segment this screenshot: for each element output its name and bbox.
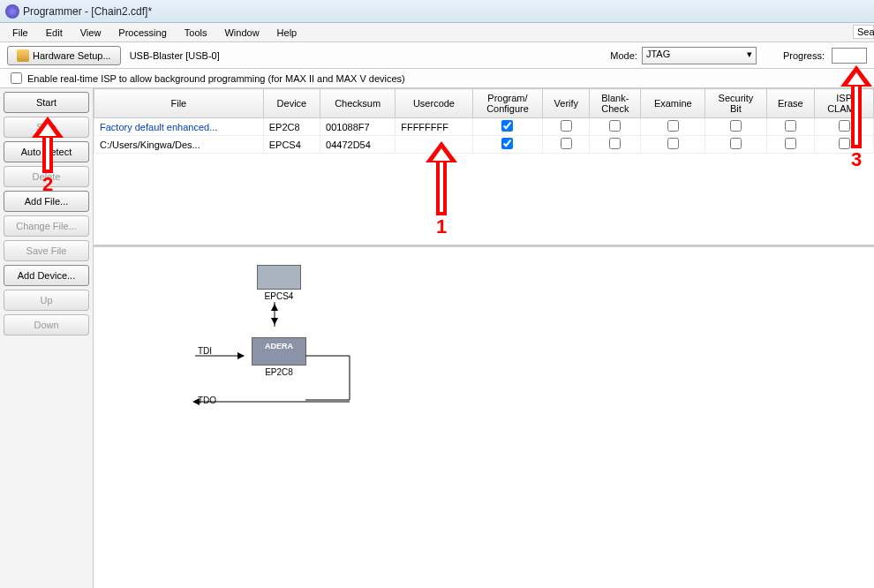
realtime-isp-checkbox[interactable]: [11, 72, 22, 84]
option-checkbox[interactable]: [609, 138, 621, 149]
hardware-icon: [17, 49, 29, 62]
menu-file[interactable]: File: [4, 25, 37, 41]
option-checkbox[interactable]: [730, 138, 742, 149]
col-header[interactable]: Security Bit: [705, 89, 766, 118]
chip-ep2c8[interactable]: ADERA EP2C8: [244, 337, 314, 377]
menu-bar: File Edit View Processing Tools Window H…: [0, 23, 874, 42]
chevron-down-icon: ▾: [747, 49, 752, 60]
option-checkbox[interactable]: [839, 120, 850, 132]
option-checkbox[interactable]: [839, 138, 850, 149]
program-checkbox[interactable]: [501, 138, 513, 149]
menu-tools[interactable]: Tools: [176, 25, 216, 41]
option-checkbox[interactable]: [609, 120, 621, 132]
app-icon: [5, 4, 19, 19]
side-change-file-: Change File...: [4, 215, 89, 237]
col-header[interactable]: Blank- Check: [590, 89, 641, 118]
mode-value: JTAG: [646, 49, 670, 59]
option-checkbox[interactable]: [561, 120, 572, 132]
file-link[interactable]: Factory default enhanced...: [100, 122, 217, 132]
menu-edit[interactable]: Edit: [37, 25, 72, 41]
col-header[interactable]: Verify: [543, 89, 590, 118]
hardware-label: USB-Blaster [USB-0]: [130, 50, 220, 61]
chip-ep2c8-label: EP2C8: [244, 367, 314, 377]
side-up: Up: [4, 290, 89, 311]
table-row[interactable]: C:/Users/Kingwa/Des...EPCS404472D54: [94, 136, 874, 154]
side-add-device-[interactable]: Add Device...: [4, 265, 89, 286]
option-checkbox[interactable]: [667, 120, 679, 132]
col-header[interactable]: ISP CLAMP: [815, 89, 874, 118]
col-header[interactable]: Erase: [766, 89, 815, 118]
side-add-file-[interactable]: Add File...: [4, 191, 89, 212]
realtime-isp-label: Enable real-time ISP to allow background…: [27, 73, 405, 84]
side-delete: Delete: [4, 166, 89, 187]
col-header[interactable]: Checksum: [320, 89, 396, 118]
option-checkbox[interactable]: [730, 120, 742, 132]
side-down: Down: [4, 314, 89, 335]
mode-select[interactable]: JTAG ▾: [642, 47, 757, 64]
option-checkbox[interactable]: [561, 138, 572, 149]
side-start[interactable]: Start: [4, 92, 89, 113]
chip-epcs4-label: EPCS4: [244, 291, 314, 301]
progress-label: Progress:: [783, 50, 825, 61]
col-header[interactable]: Device: [263, 89, 320, 118]
col-header[interactable]: Program/ Configure: [472, 89, 543, 118]
side-auto-detect[interactable]: Auto Detect: [4, 141, 89, 162]
svg-marker-2: [271, 318, 278, 325]
col-header[interactable]: File: [94, 89, 264, 118]
program-checkbox[interactable]: [501, 120, 513, 132]
col-header[interactable]: Usercode: [396, 89, 473, 118]
search-input[interactable]: Sear: [853, 25, 874, 39]
progress-bar: [832, 48, 867, 64]
menu-processing[interactable]: Processing: [109, 25, 175, 41]
option-checkbox[interactable]: [667, 138, 679, 149]
hardware-setup-button[interactable]: Hardware Setup...: [7, 46, 121, 65]
chain-diagram: EPCS4 ADERA EP2C8 TDI TDO: [94, 247, 874, 588]
svg-marker-1: [271, 304, 278, 311]
side-stop: Stop: [4, 117, 89, 138]
tdo-label: TDO: [198, 396, 216, 405]
col-header[interactable]: Examine: [641, 89, 705, 118]
menu-help[interactable]: Help: [268, 25, 306, 41]
chip-epcs4[interactable]: EPCS4: [244, 265, 314, 301]
option-checkbox[interactable]: [785, 120, 796, 132]
altera-logo: ADERA: [252, 338, 305, 351]
mode-label: Mode:: [610, 50, 637, 61]
menu-view[interactable]: View: [72, 25, 110, 41]
table-row[interactable]: Factory default enhanced...EP2C8001088F7…: [94, 118, 874, 136]
option-checkbox[interactable]: [785, 138, 796, 149]
side-save-file: Save File: [4, 240, 89, 261]
menu-window[interactable]: Window: [215, 25, 267, 41]
hardware-setup-label: Hardware Setup...: [33, 50, 111, 61]
tdi-label: TDI: [198, 346, 212, 356]
window-title: Programmer - [Chain2.cdf]*: [23, 5, 152, 18]
